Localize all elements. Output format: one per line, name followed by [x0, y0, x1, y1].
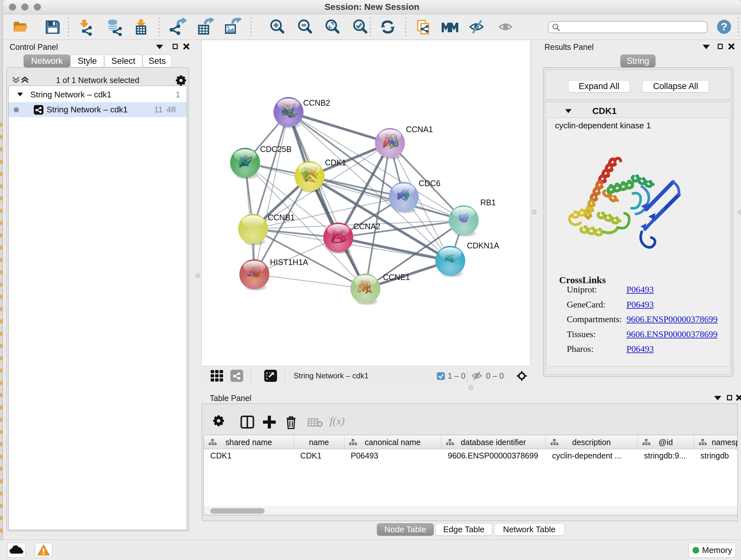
table-header: shared namenamecanonical namedatabase id…	[204, 435, 738, 449]
table-cell[interactable]: stringdb	[694, 449, 738, 462]
crosslink-value-link[interactable]: P06493	[626, 285, 654, 295]
hide-selected-icon[interactable]	[468, 18, 487, 37]
tab-sets[interactable]: Sets	[143, 55, 172, 67]
zoom-fit-icon[interactable]	[323, 18, 342, 37]
table-cell[interactable]: CDK1	[204, 449, 294, 462]
control-panel-menu-icon[interactable]	[156, 45, 163, 49]
node-CDC6[interactable]	[389, 182, 419, 214]
zoom-in-icon[interactable]	[268, 18, 286, 37]
node-CDKN1A[interactable]	[435, 246, 465, 278]
desktop-edge-dash	[0, 258, 2, 262]
table-panel-float-icon[interactable]	[727, 395, 732, 400]
open-session-icon[interactable]	[11, 18, 30, 37]
cloud-button[interactable]	[7, 543, 25, 558]
search-input[interactable]	[548, 21, 708, 33]
collection-expand-icon[interactable]	[17, 92, 23, 97]
node-CCNA1[interactable]	[375, 128, 405, 160]
table-add-icon[interactable]	[262, 415, 277, 430]
column-header-canonical-name[interactable]: canonical name	[344, 435, 441, 449]
zoom-selected-icon[interactable]	[351, 18, 369, 37]
column-header-description[interactable]: description	[546, 435, 637, 449]
tab-string[interactable]: String	[620, 55, 656, 67]
column-header-database-identifier[interactable]: database identifier	[441, 435, 546, 449]
table-cell[interactable]: P06493	[344, 449, 441, 462]
tab-node-table[interactable]: Node Table	[377, 523, 434, 536]
node-label-CCNB2: CCNB2	[303, 98, 330, 107]
import-network-file-icon[interactable]	[77, 18, 95, 37]
node-RB1[interactable]	[449, 205, 479, 237]
selected-checkbox-icon[interactable]	[437, 372, 445, 381]
results-panel-menu-icon[interactable]	[703, 45, 710, 49]
tab-network[interactable]: Network	[23, 55, 70, 67]
export-network-icon[interactable]	[169, 18, 187, 37]
birds-eye-view-icon[interactable]	[230, 370, 243, 383]
import-network-database-icon[interactable]	[105, 18, 124, 37]
apply-layout-icon[interactable]	[379, 18, 397, 37]
crosslink-value-link[interactable]: P06493	[626, 300, 654, 310]
results-splitter-handle[interactable]	[738, 210, 741, 214]
help-button[interactable]: ?	[715, 17, 733, 36]
crosslink-value-link[interactable]: 9606.ENSP00000378699	[626, 329, 718, 339]
detach-view-icon[interactable]	[264, 370, 277, 383]
table-cell[interactable]: cyclin-dependent ...	[546, 449, 637, 462]
column-header--id[interactable]: @id	[637, 435, 694, 449]
table-cell[interactable]: stringdb:9...	[637, 449, 694, 462]
save-session-icon[interactable]	[44, 18, 62, 37]
edge-CCNB2-CCNA1[interactable]	[288, 112, 390, 143]
table-cell[interactable]: 9606.ENSP00000378699	[441, 449, 546, 462]
warning-button[interactable]	[35, 543, 52, 558]
export-image-icon[interactable]	[223, 18, 242, 37]
collapse-all-button[interactable]: Collapse All	[642, 80, 709, 92]
node-CCNE1[interactable]	[350, 273, 381, 306]
node-CDK1[interactable]	[294, 161, 325, 193]
tab-select[interactable]: Select	[105, 55, 142, 67]
table-gear-icon[interactable]	[212, 415, 227, 430]
node-HIST1H1A[interactable]	[239, 259, 269, 291]
crosslink-value-link[interactable]: 9606.ENSP00000378699	[626, 314, 718, 324]
network-canvas[interactable]: CCNB2CCNA1CDC25BCDK1CDC6RB1CCNB1CCNA2CDK…	[201, 40, 531, 366]
column-header-name[interactable]: name	[294, 435, 344, 449]
table-panel-menu-icon[interactable]	[714, 396, 721, 400]
node-CCNB1[interactable]	[238, 214, 268, 246]
results-panel-close-icon[interactable]	[728, 43, 735, 50]
first-neighbors-icon[interactable]	[441, 18, 459, 37]
table-cell[interactable]: CDK1	[294, 449, 344, 462]
edge-HIST1H1A-CCNE1[interactable]	[254, 274, 365, 289]
column-header-namespace[interactable]: namespace	[694, 435, 738, 449]
status-bar	[0, 540, 741, 560]
desktop-edge-dash	[0, 491, 2, 496]
expand-all-button[interactable]: Expand All	[568, 80, 630, 92]
crosslink-label: Uniprot:	[567, 285, 597, 294]
right-splitter-handle[interactable]	[532, 210, 536, 214]
grid-view-icon[interactable]	[211, 370, 223, 383]
crosslink-value-link[interactable]: P06493	[626, 344, 654, 354]
table-panel-close-icon[interactable]	[736, 394, 741, 401]
results-panel-float-icon[interactable]	[718, 44, 723, 49]
crosslink-row: GeneCard:P06493	[567, 300, 605, 314]
control-panel-float-icon[interactable]	[173, 44, 178, 49]
table-delete-icon[interactable]	[283, 415, 299, 430]
scrollbar-thumb[interactable]	[210, 508, 265, 514]
section-collapse-icon[interactable]	[565, 109, 572, 113]
column-header-shared-name[interactable]: shared name	[204, 435, 294, 449]
zoom-out-icon[interactable]	[296, 18, 314, 37]
import-table-file-icon[interactable]	[132, 18, 150, 37]
control-panel-close-icon[interactable]	[183, 43, 190, 50]
network-collection-row[interactable]: String Network – cdk1 1	[9, 87, 187, 102]
fit-selected-icon[interactable]	[516, 371, 527, 382]
memory-label: Memory	[702, 543, 732, 557]
export-table-icon[interactable]	[196, 18, 214, 37]
table-horizontal-scrollbar[interactable]	[204, 507, 738, 515]
memory-button[interactable]: Memory	[688, 543, 736, 558]
edge-CDC25B-RB1[interactable]	[245, 163, 464, 220]
tab-network-table[interactable]: Network Table	[494, 523, 564, 536]
copy-network-icon[interactable]	[414, 18, 433, 37]
left-splitter-handle[interactable]	[195, 273, 200, 278]
table-columns-icon[interactable]	[240, 415, 255, 430]
bottom-splitter-handle[interactable]	[468, 385, 473, 390]
tab-style[interactable]: Style	[71, 55, 104, 67]
node-label-CCNE1: CCNE1	[383, 273, 410, 282]
tab-edge-table[interactable]: Edge Table	[435, 523, 492, 536]
node-CDC25B[interactable]	[230, 148, 260, 180]
network-row-selected[interactable]: String Network – cdk1 11 48	[9, 102, 187, 117]
